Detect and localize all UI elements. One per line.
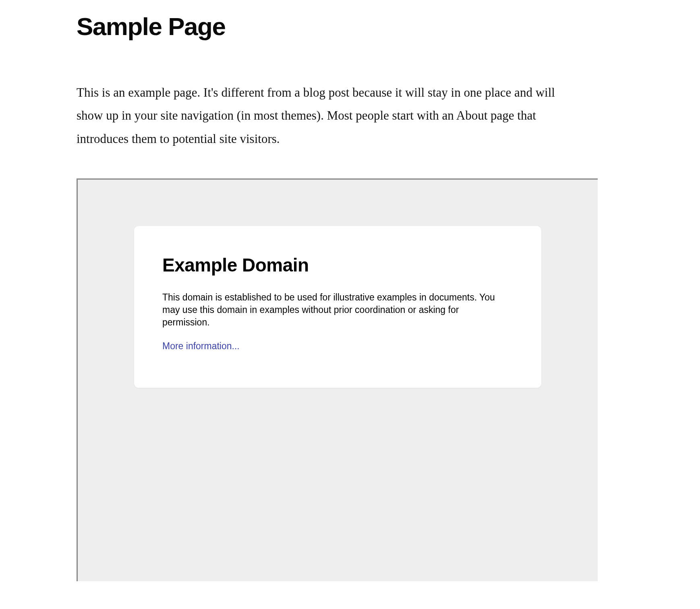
page-title: Sample Page — [77, 12, 623, 41]
embedded-iframe: Example Domain This domain is establishe… — [77, 178, 598, 581]
more-information-link[interactable]: More information... — [162, 341, 240, 351]
embedded-body-text: This domain is established to be used fo… — [162, 291, 501, 329]
example-domain-card: Example Domain This domain is establishe… — [134, 226, 541, 388]
embedded-title: Example Domain — [162, 254, 513, 276]
intro-paragraph: This is an example page. It's different … — [77, 81, 584, 150]
